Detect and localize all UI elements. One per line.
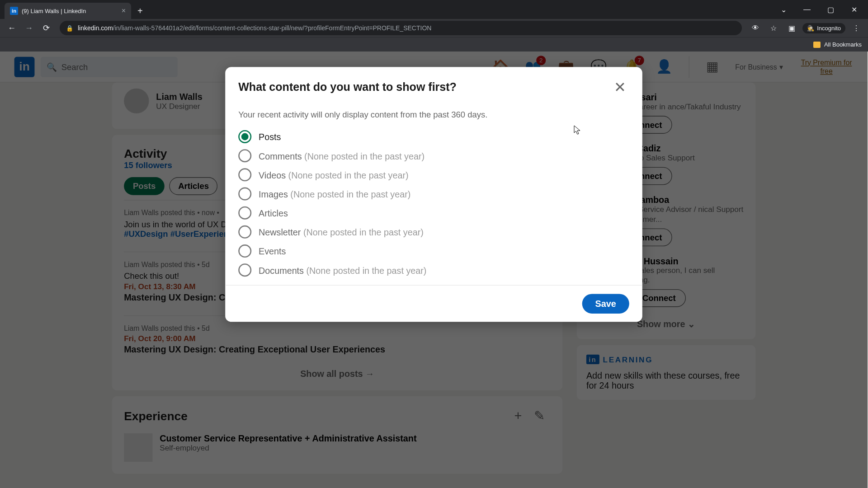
tab-title: (9) Liam Walls | LinkedIn — [22, 8, 86, 14]
lock-icon: 🔒 — [66, 25, 73, 32]
content-preference-modal: What content do you want to show first? … — [225, 67, 642, 322]
radio-option-documents[interactable]: Documents (None posted in the past year) — [238, 263, 629, 277]
eye-off-icon[interactable]: 👁 — [748, 21, 763, 35]
radio-label: Events — [259, 246, 286, 256]
radio-icon[interactable] — [238, 225, 251, 239]
radio-label: Documents (None posted in the past year) — [259, 265, 426, 275]
radio-option-newsletter[interactable]: Newsletter (None posted in the past year… — [238, 225, 629, 239]
new-tab-button[interactable]: + — [131, 3, 149, 19]
radio-option-articles[interactable]: Articles — [238, 206, 629, 220]
window-controls: ⌄ — ▢ ✕ — [773, 0, 868, 19]
radio-icon[interactable] — [238, 263, 251, 277]
back-icon[interactable]: ← — [5, 21, 19, 35]
browser-tab[interactable]: in (9) Liam Walls | LinkedIn × — [5, 3, 131, 19]
page-viewport: in 🔍 Search 🏠 👥2 💼 💬 🔔7 👤 ▦ For Business… — [0, 52, 868, 488]
menu-icon[interactable]: ⋮ — [849, 21, 863, 35]
modal-description: Your recent activity will only display c… — [238, 110, 629, 119]
close-tab-icon[interactable]: × — [122, 7, 126, 15]
save-button[interactable]: Save — [582, 294, 629, 313]
radio-icon[interactable] — [238, 168, 251, 181]
bookmark-star-icon[interactable]: ☆ — [766, 21, 781, 35]
radio-label: Comments (None posted in the past year) — [259, 150, 425, 160]
close-window-icon[interactable]: ✕ — [844, 2, 864, 17]
radio-label: Newsletter (None posted in the past year… — [259, 227, 424, 237]
radio-option-posts[interactable]: Posts — [238, 130, 629, 143]
radio-icon[interactable] — [238, 206, 251, 220]
radio-option-events[interactable]: Events — [238, 244, 629, 258]
maximize-icon[interactable]: ▢ — [820, 2, 841, 17]
all-bookmarks-link[interactable]: All Bookmarks — [824, 41, 862, 48]
radio-label: Videos (None posted in the past year) — [259, 170, 409, 180]
radio-icon[interactable] — [238, 149, 251, 162]
radio-icon[interactable] — [238, 244, 251, 258]
browser-toolbar: ← → ⟳ 🔒 linkedin.com/in/liam-walls-57644… — [0, 19, 868, 37]
radio-icon[interactable] — [238, 188, 251, 201]
radio-icon[interactable] — [238, 130, 251, 143]
address-bar[interactable]: 🔒 linkedin.com/in/liam-walls-5764401a2/e… — [60, 21, 742, 35]
reload-icon[interactable]: ⟳ — [39, 21, 53, 35]
bookmarks-bar: All Bookmarks — [0, 37, 868, 52]
minimize-icon[interactable]: — — [797, 2, 817, 17]
incognito-badge: 🕵 Incognito — [802, 23, 845, 33]
linkedin-favicon: in — [10, 7, 18, 15]
folder-icon — [813, 42, 821, 48]
chevron-down-icon[interactable]: ⌄ — [773, 2, 794, 17]
forward-icon[interactable]: → — [22, 21, 36, 35]
incognito-label: Incognito — [817, 25, 841, 32]
modal-title: What content do you want to show first? — [238, 81, 610, 94]
cursor-icon — [574, 125, 582, 136]
modal-overlay[interactable]: What content do you want to show first? … — [0, 52, 868, 488]
radio-label: Articles — [259, 208, 288, 218]
radio-label: Images (None posted in the past year) — [259, 189, 410, 199]
extensions-icon[interactable]: ▣ — [784, 21, 799, 35]
radio-label: Posts — [259, 131, 281, 141]
radio-option-videos[interactable]: Videos (None posted in the past year) — [238, 168, 629, 181]
incognito-icon: 🕵 — [807, 25, 814, 32]
url-path: /in/liam-walls-5764401a2/edit/forms/cont… — [113, 24, 432, 32]
browser-tab-strip: in (9) Liam Walls | LinkedIn × + ⌄ — ▢ ✕ — [0, 0, 868, 19]
radio-option-comments[interactable]: Comments (None posted in the past year) — [238, 149, 629, 162]
radio-option-images[interactable]: Images (None posted in the past year) — [238, 188, 629, 201]
url-domain: linkedin.com — [78, 24, 113, 32]
close-icon[interactable]: ✕ — [610, 78, 629, 97]
